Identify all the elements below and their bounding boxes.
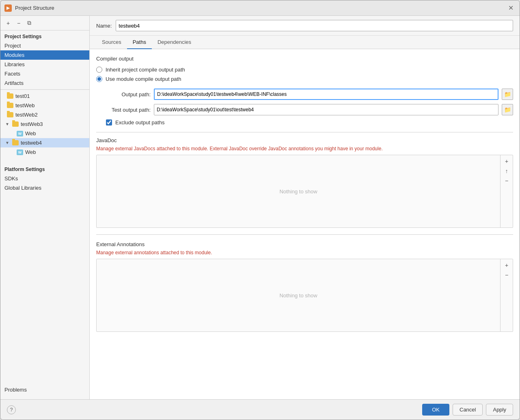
- platform-settings-header: Platform Settings: [0, 162, 89, 174]
- app-icon: ▶: [4, 4, 12, 12]
- compiler-output-title: Compiler output: [96, 56, 513, 62]
- external-annotations-section: External Annotations Manage external ann…: [96, 241, 513, 332]
- radio-inherit-input[interactable]: [96, 67, 102, 73]
- ext-ann-remove-button[interactable]: −: [502, 271, 511, 279]
- exclude-checkbox[interactable]: [106, 119, 112, 126]
- close-button[interactable]: ✕: [506, 3, 516, 13]
- test-output-path-input[interactable]: [154, 104, 498, 115]
- main-content: + − ⧉ Project Settings Project Modules L…: [0, 16, 520, 399]
- exclude-label: Exclude output paths: [115, 119, 164, 126]
- exclude-checkbox-row: Exclude output paths: [96, 119, 513, 126]
- sidebar-item-modules[interactable]: Modules: [0, 50, 89, 60]
- javadoc-move-up-button[interactable]: ↑: [502, 167, 511, 175]
- test-output-path-browse-button[interactable]: 📁: [502, 104, 513, 115]
- copy-module-button[interactable]: ⧉: [25, 19, 34, 28]
- external-annotations-list-area: Nothing to show + −: [96, 259, 513, 332]
- title-bar: ▶ Project Structure ✕: [0, 0, 520, 16]
- javadoc-description: Manage external JavaDocs attached to thi…: [96, 146, 513, 152]
- javadoc-section: JavaDoc Manage external JavaDocs attache…: [96, 137, 513, 228]
- remove-module-button[interactable]: −: [14, 19, 23, 28]
- sidebar-item-artifacts[interactable]: Artifacts: [0, 78, 89, 88]
- folder-icon: [7, 103, 13, 108]
- javadoc-remove-button[interactable]: −: [502, 176, 511, 185]
- cancel-button[interactable]: Cancel: [453, 404, 483, 416]
- sidebar-item-libraries[interactable]: Libraries: [0, 60, 89, 69]
- web-icon: W: [17, 149, 23, 155]
- name-field-label: Name:: [96, 23, 112, 29]
- tree-item-test01[interactable]: test01: [0, 91, 89, 101]
- sidebar-item-problems[interactable]: Problems: [0, 385, 89, 394]
- external-annotations-side-buttons: + −: [500, 259, 513, 331]
- javadoc-nothing-to-show: Nothing to show: [279, 188, 317, 195]
- project-settings-header: Project Settings: [0, 30, 89, 41]
- problems-label: Problems: [4, 387, 27, 393]
- radio-group: Inherit project compile output path Use …: [96, 67, 513, 82]
- sidebar-item-facets[interactable]: Facets: [0, 69, 89, 78]
- bottom-right: OK Cancel Apply: [422, 404, 513, 416]
- add-module-button[interactable]: +: [4, 19, 13, 28]
- test-output-path-row: Test output path: 📁: [96, 104, 513, 115]
- bottom-bar: ? OK Cancel Apply: [0, 399, 520, 420]
- javadoc-header: JavaDoc: [96, 137, 513, 143]
- output-path-input[interactable]: [154, 89, 498, 100]
- section-divider-2: [96, 234, 513, 235]
- sidebar-item-project[interactable]: Project: [0, 41, 89, 50]
- sidebar: + − ⧉ Project Settings Project Modules L…: [0, 16, 90, 399]
- folder-icon: [12, 140, 19, 145]
- javadoc-side-buttons: + ↑ −: [500, 155, 513, 227]
- name-row: Name:: [90, 16, 520, 36]
- radio-use-module-option[interactable]: Use module compile output path: [96, 76, 513, 82]
- project-label: Project: [4, 43, 21, 49]
- output-path-label: Output path:: [106, 91, 151, 97]
- global-libraries-label: Global Libraries: [4, 185, 41, 191]
- output-path-browse-button[interactable]: 📁: [502, 89, 513, 100]
- ok-button[interactable]: OK: [422, 404, 449, 416]
- collapse-arrow-icon: ▼: [5, 141, 9, 145]
- tab-dependencies[interactable]: Dependencies: [152, 36, 197, 49]
- collapse-arrow-icon: ▼: [5, 122, 9, 126]
- javadoc-add-button[interactable]: +: [502, 157, 511, 166]
- javadoc-list-inner: Nothing to show: [97, 155, 500, 227]
- apply-button[interactable]: Apply: [486, 404, 513, 416]
- radio-use-module-label: Use module compile output path: [106, 76, 181, 82]
- tree-item-testweb4[interactable]: ▼ testweb4: [0, 138, 89, 147]
- tree-item-testweb3-web[interactable]: W Web: [0, 129, 89, 138]
- window-title: Project Structure: [15, 5, 506, 11]
- test-output-path-label: Test output path:: [106, 107, 151, 113]
- facets-label: Facets: [4, 71, 20, 77]
- radio-use-module-input[interactable]: [96, 76, 102, 82]
- tree-item-testweb[interactable]: testWeb: [0, 101, 89, 110]
- compiler-output-section: Compiler output Inherit project compile …: [96, 56, 513, 126]
- javadoc-list-area: Nothing to show + ↑ −: [96, 155, 513, 228]
- artifacts-label: Artifacts: [4, 80, 24, 86]
- tree-item-testweb3[interactable]: ▼ testWeb3: [0, 119, 89, 129]
- folder-icon: [7, 93, 13, 99]
- tree-item-testweb4-web[interactable]: W Web: [0, 147, 89, 157]
- radio-inherit-option[interactable]: Inherit project compile output path: [96, 67, 513, 73]
- folder-icon: [12, 121, 19, 127]
- libraries-label: Libraries: [4, 61, 25, 67]
- tab-paths[interactable]: Paths: [127, 36, 152, 49]
- output-path-row: Output path: 📁: [96, 89, 513, 100]
- tab-sources[interactable]: Sources: [96, 36, 127, 49]
- sidebar-item-global-libraries[interactable]: Global Libraries: [0, 183, 89, 193]
- external-annotations-header: External Annotations: [96, 241, 513, 247]
- sidebar-item-sdks[interactable]: SDKs: [0, 174, 89, 183]
- panel-body: Compiler output Inherit project compile …: [90, 49, 520, 399]
- help-button[interactable]: ?: [7, 405, 16, 414]
- project-structure-window: ▶ Project Structure ✕ + − ⧉ Project Sett…: [0, 0, 520, 420]
- external-annotations-list-inner: Nothing to show: [97, 259, 500, 331]
- ext-ann-add-button[interactable]: +: [502, 261, 511, 270]
- right-panel: Name: Sources Paths Dependencies C: [90, 16, 520, 399]
- sidebar-toolbar: + − ⧉: [0, 16, 89, 30]
- name-input[interactable]: [116, 20, 513, 31]
- bottom-left: ?: [7, 405, 16, 414]
- tree-item-testweb2[interactable]: testWeb2: [0, 110, 89, 119]
- radio-inherit-label: Inherit project compile output path: [106, 67, 185, 73]
- external-annotations-nothing-to-show: Nothing to show: [279, 292, 317, 299]
- external-annotations-description: Manage external annotations attached to …: [96, 250, 513, 255]
- modules-label: Modules: [4, 52, 24, 58]
- section-divider-1: [96, 132, 513, 132]
- sdks-label: SDKs: [4, 175, 18, 182]
- folder-icon: [7, 112, 13, 117]
